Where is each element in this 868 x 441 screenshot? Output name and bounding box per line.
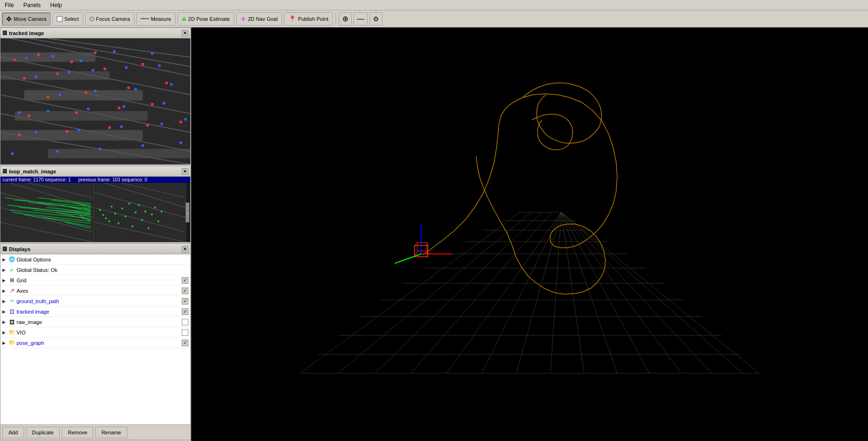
loop-match-panel: 🖼 loop_match_image ✕ current frame: 1170… [0, 166, 191, 243]
menu-file[interactable]: File [0, 1, 18, 9]
vio-checkbox[interactable] [182, 329, 188, 336]
viewport-svg [191, 27, 868, 441]
minus-icon: — [357, 15, 364, 23]
svg-point-20 [56, 72, 59, 75]
panel-icon: 🖼 [2, 30, 7, 36]
svg-point-31 [18, 133, 21, 136]
nav-goal-label: 2D Nav Goal [248, 16, 278, 22]
left-panel: 🖼 tracked image ✕ [0, 27, 191, 441]
pose-estimate-button[interactable]: 2D Pose Estimate [177, 12, 234, 26]
menu-help[interactable]: Help [45, 1, 67, 9]
displays-panel: 🖼 Displays ✕ ▶ 🌐 Global Options ▶ ✓ Glob… [0, 243, 191, 440]
display-item-global-status[interactable]: ▶ ✓ Global Status: Ok [0, 265, 190, 275]
expand-arrow-ri: ▶ [2, 320, 8, 324]
svg-point-21 [104, 68, 106, 71]
minus-button[interactable]: — [354, 12, 368, 26]
loop-match-titlebar: 🖼 loop_match_image ✕ [0, 166, 190, 177]
svg-point-22 [142, 63, 144, 66]
display-item-axes[interactable]: ▶ ↗ Axes ✓ [0, 286, 190, 296]
tracked-image-checkbox[interactable]: ✓ [182, 308, 188, 315]
nav-icon: ✈ [240, 15, 246, 23]
svg-point-46 [58, 93, 61, 96]
svg-point-62 [99, 147, 102, 150]
display-item-vio[interactable]: ▶ 📁 VIO [0, 327, 190, 338]
svg-point-53 [123, 105, 125, 108]
loop-match-close[interactable]: ✕ [182, 168, 188, 175]
svg-point-108 [132, 225, 133, 227]
axes-checkbox[interactable]: ✓ [182, 288, 188, 294]
grid-label: Grid [17, 278, 182, 283]
svg-point-44 [125, 66, 128, 69]
duplicate-button[interactable]: Duplicate [26, 427, 60, 438]
svg-point-30 [151, 103, 154, 106]
toolbar-sep-1 [336, 13, 336, 25]
svg-point-52 [87, 108, 89, 110]
svg-point-110 [138, 204, 140, 206]
svg-point-101 [108, 220, 110, 222]
svg-point-26 [165, 81, 168, 84]
move-camera-label: Move Camera [14, 16, 46, 22]
grid-checkbox[interactable]: ✓ [182, 277, 188, 284]
svg-point-34 [146, 124, 149, 127]
expand-arrow-grid: ▶ [2, 278, 8, 283]
svg-point-32 [65, 130, 68, 133]
svg-point-112 [144, 210, 146, 212]
expand-arrow-axes: ▶ [2, 288, 8, 293]
expand-arrow: ▶ [2, 257, 8, 262]
rename-button[interactable]: Rename [95, 427, 127, 438]
svg-point-64 [179, 141, 182, 144]
measure-button[interactable]: Measure [136, 12, 176, 26]
menubar: File Panels Help [0, 0, 868, 10]
display-item-grid[interactable]: ▶ ⊞ Grid ✓ [0, 275, 190, 286]
remove-button[interactable]: Remove [62, 427, 93, 438]
svg-point-18 [94, 51, 97, 54]
svg-point-16 [37, 54, 40, 56]
svg-point-106 [124, 216, 126, 217]
select-button[interactable]: Select [53, 12, 83, 26]
crosshair-button[interactable]: ⊕ [339, 12, 352, 26]
svg-point-51 [46, 110, 49, 113]
pose-graph-label: pose_graph [17, 340, 182, 346]
display-item-pose-graph[interactable]: ▶ 📁 pose_graph ✓ [0, 338, 190, 348]
tracked-image-close[interactable]: ✕ [182, 30, 188, 36]
global-options-label: Global Options [17, 257, 188, 262]
displays-close[interactable]: ✕ [182, 246, 188, 252]
focus-icon [89, 17, 94, 21]
svg-point-63 [142, 144, 144, 147]
select-label: Select [64, 16, 79, 22]
svg-point-114 [151, 214, 153, 216]
svg-point-45 [158, 64, 161, 67]
pose-graph-checkbox[interactable]: ✓ [182, 340, 188, 346]
svg-point-98 [99, 209, 101, 211]
nav-goal-button[interactable]: ✈ 2D Nav Goal [236, 12, 282, 26]
move-camera-button[interactable]: ✥ Move Camera [2, 12, 51, 26]
display-item-ground-truth[interactable]: ▶ ✏ ground_truth_path ✓ [0, 296, 190, 306]
loop-match-canvas: › [0, 183, 190, 242]
focus-camera-button[interactable]: Focus Camera [85, 12, 134, 26]
display-item-global-options[interactable]: ▶ 🌐 Global Options [0, 254, 190, 265]
focus-camera-label: Focus Camera [96, 16, 130, 22]
svg-point-100 [105, 217, 107, 219]
loop-match-info: current frame: 1170 sequence: 1 previous… [0, 177, 190, 183]
svg-point-60 [11, 152, 14, 155]
pose-estimate-label: 2D Pose Estimate [188, 16, 230, 22]
expand-arrow-ti: ▶ [2, 309, 8, 314]
svg-rect-14 [48, 149, 190, 158]
svg-point-43 [91, 69, 94, 72]
add-button[interactable]: Add [2, 427, 24, 438]
svg-point-23 [46, 96, 49, 99]
ground-truth-checkbox[interactable]: ✓ [182, 298, 188, 305]
displays-title: 🖼 Displays [2, 246, 30, 252]
svg-point-54 [163, 102, 166, 105]
3d-viewport[interactable] [191, 27, 868, 441]
publish-point-button[interactable]: 📍 Publish Point [284, 12, 333, 26]
menu-panels[interactable]: Panels [18, 1, 45, 9]
svg-point-50 [18, 111, 21, 114]
raw-image-checkbox[interactable] [182, 319, 188, 325]
svg-point-61 [56, 150, 59, 153]
tracked-image-canvas [0, 38, 190, 164]
settings-button[interactable]: ⚙ [370, 12, 382, 26]
display-item-tracked-image[interactable]: ▶ 🖼 tracked image ✓ [0, 306, 190, 317]
display-item-raw-image[interactable]: ▶ 🖼 raw_image [0, 317, 190, 327]
vio-label: VIO [17, 330, 182, 335]
